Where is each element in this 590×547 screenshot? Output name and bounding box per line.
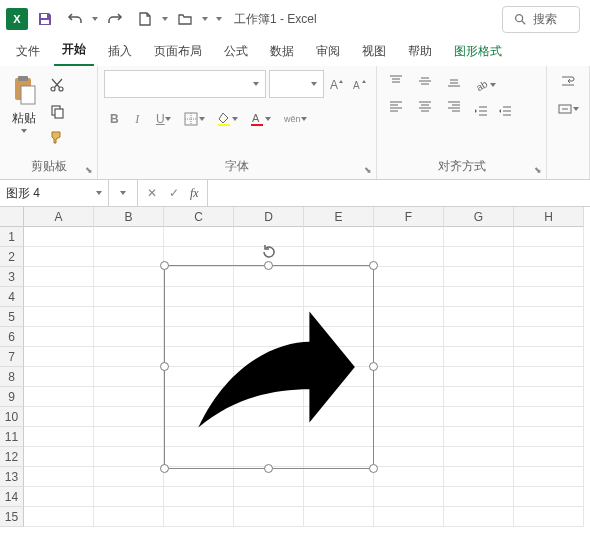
column-header[interactable]: G bbox=[444, 207, 514, 227]
align-left-icon[interactable] bbox=[383, 95, 409, 117]
cancel-formula-icon[interactable]: ✕ bbox=[142, 182, 162, 204]
cell[interactable] bbox=[374, 467, 444, 487]
cell[interactable] bbox=[514, 447, 584, 467]
italic-button[interactable]: I bbox=[127, 108, 147, 130]
cell[interactable] bbox=[94, 307, 164, 327]
cell[interactable] bbox=[24, 227, 94, 247]
cell[interactable] bbox=[24, 507, 94, 527]
redo-icon[interactable] bbox=[102, 6, 128, 32]
cell[interactable] bbox=[444, 427, 514, 447]
cell[interactable] bbox=[94, 507, 164, 527]
cell[interactable] bbox=[444, 387, 514, 407]
row-header[interactable]: 12 bbox=[0, 447, 24, 467]
cell[interactable] bbox=[164, 227, 234, 247]
resize-handle-s[interactable] bbox=[264, 464, 273, 473]
cell[interactable] bbox=[444, 327, 514, 347]
cell[interactable] bbox=[304, 487, 374, 507]
cell[interactable] bbox=[94, 367, 164, 387]
tab-view[interactable]: 视图 bbox=[354, 39, 394, 66]
selected-shape[interactable] bbox=[164, 265, 374, 469]
row-header[interactable]: 3 bbox=[0, 267, 24, 287]
cell[interactable] bbox=[514, 367, 584, 387]
row-header[interactable]: 10 bbox=[0, 407, 24, 427]
tab-insert[interactable]: 插入 bbox=[100, 39, 140, 66]
cell[interactable] bbox=[94, 467, 164, 487]
tab-home[interactable]: 开始 bbox=[54, 37, 94, 66]
copy-icon[interactable] bbox=[46, 100, 68, 122]
align-right-icon[interactable] bbox=[441, 95, 467, 117]
align-middle-icon[interactable] bbox=[412, 70, 438, 92]
cell[interactable] bbox=[374, 327, 444, 347]
row-header[interactable]: 8 bbox=[0, 367, 24, 387]
cell[interactable] bbox=[304, 467, 374, 487]
align-bottom-icon[interactable] bbox=[441, 70, 467, 92]
tab-help[interactable]: 帮助 bbox=[400, 39, 440, 66]
row-header[interactable]: 14 bbox=[0, 487, 24, 507]
cell[interactable] bbox=[514, 347, 584, 367]
resize-handle-sw[interactable] bbox=[160, 464, 169, 473]
cell[interactable] bbox=[514, 407, 584, 427]
cell[interactable] bbox=[94, 227, 164, 247]
column-header[interactable]: B bbox=[94, 207, 164, 227]
cell[interactable] bbox=[514, 467, 584, 487]
open-file-dropdown-icon[interactable] bbox=[202, 17, 208, 21]
cell[interactable] bbox=[374, 227, 444, 247]
fill-color-button[interactable] bbox=[212, 108, 242, 130]
cell[interactable] bbox=[24, 447, 94, 467]
cell[interactable] bbox=[514, 387, 584, 407]
rotate-handle-icon[interactable] bbox=[261, 244, 277, 260]
tab-page-layout[interactable]: 页面布局 bbox=[146, 39, 210, 66]
cell[interactable] bbox=[24, 467, 94, 487]
cell[interactable] bbox=[444, 487, 514, 507]
resize-handle-w[interactable] bbox=[160, 362, 169, 371]
enter-formula-icon[interactable]: ✓ bbox=[164, 182, 184, 204]
wrap-text-icon[interactable] bbox=[553, 70, 583, 92]
font-color-button[interactable]: A bbox=[245, 108, 275, 130]
shrink-font-icon[interactable]: A bbox=[350, 73, 370, 95]
cell[interactable] bbox=[514, 507, 584, 527]
cell[interactable] bbox=[374, 447, 444, 467]
decrease-indent-icon[interactable] bbox=[470, 100, 492, 122]
cell[interactable] bbox=[164, 507, 234, 527]
row-header[interactable]: 4 bbox=[0, 287, 24, 307]
cell[interactable] bbox=[514, 487, 584, 507]
search-box[interactable]: 搜索 bbox=[502, 6, 580, 33]
column-header[interactable]: F bbox=[374, 207, 444, 227]
namebox-expand-icon[interactable] bbox=[113, 182, 133, 204]
cell[interactable] bbox=[374, 487, 444, 507]
row-header[interactable]: 5 bbox=[0, 307, 24, 327]
cell[interactable] bbox=[444, 347, 514, 367]
cell[interactable] bbox=[234, 487, 304, 507]
paste-button[interactable]: 粘贴 bbox=[6, 70, 42, 133]
cell[interactable] bbox=[374, 367, 444, 387]
new-file-dropdown-icon[interactable] bbox=[162, 17, 168, 21]
cell[interactable] bbox=[94, 427, 164, 447]
bold-button[interactable]: B bbox=[104, 108, 124, 130]
cell[interactable] bbox=[374, 387, 444, 407]
grow-font-icon[interactable]: A bbox=[327, 73, 347, 95]
cell[interactable] bbox=[24, 247, 94, 267]
cell[interactable] bbox=[514, 307, 584, 327]
cell[interactable] bbox=[304, 227, 374, 247]
cell[interactable] bbox=[94, 267, 164, 287]
select-all-corner[interactable] bbox=[0, 207, 24, 227]
font-name-combo[interactable] bbox=[104, 70, 266, 98]
resize-handle-se[interactable] bbox=[369, 464, 378, 473]
cell[interactable] bbox=[374, 267, 444, 287]
cell[interactable] bbox=[94, 407, 164, 427]
font-expand-icon[interactable]: ⬊ bbox=[364, 165, 372, 175]
cell[interactable] bbox=[444, 467, 514, 487]
tab-formulas[interactable]: 公式 bbox=[216, 39, 256, 66]
cell[interactable] bbox=[24, 347, 94, 367]
cell[interactable] bbox=[514, 247, 584, 267]
cell[interactable] bbox=[24, 327, 94, 347]
undo-dropdown-icon[interactable] bbox=[92, 17, 98, 21]
name-box[interactable]: 图形 4 bbox=[0, 180, 109, 206]
cell[interactable] bbox=[304, 507, 374, 527]
cell[interactable] bbox=[374, 407, 444, 427]
row-header[interactable]: 1 bbox=[0, 227, 24, 247]
align-center-icon[interactable] bbox=[412, 95, 438, 117]
cell[interactable] bbox=[444, 247, 514, 267]
cell[interactable] bbox=[444, 307, 514, 327]
resize-handle-ne[interactable] bbox=[369, 261, 378, 270]
